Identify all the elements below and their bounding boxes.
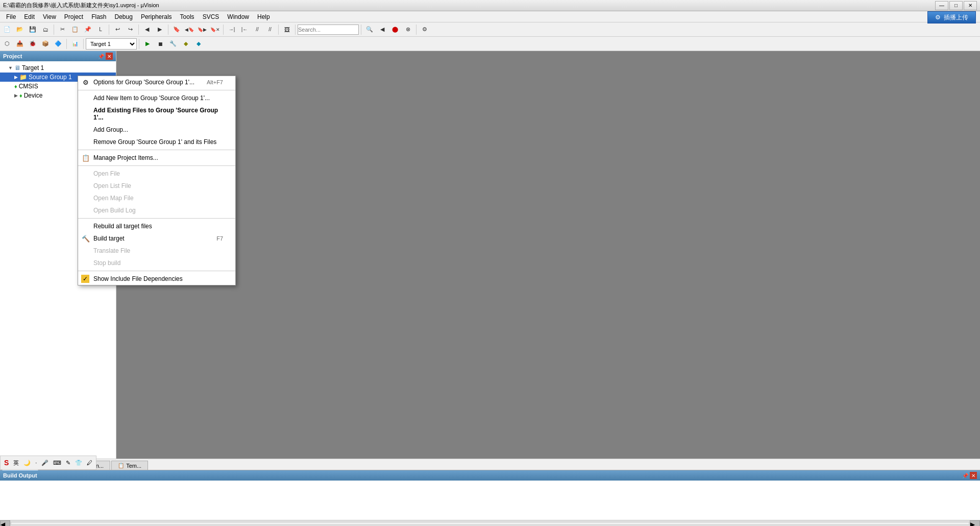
breakpoint-btn[interactable]: ⬤	[389, 23, 401, 36]
close-button[interactable]: ✕	[964, 1, 977, 10]
cmsis-icon: ♦	[14, 83, 17, 89]
menu-help[interactable]: Help	[253, 11, 274, 22]
redo-btn[interactable]: ↪	[124, 23, 136, 36]
jump-btn[interactable]: 🖼	[281, 23, 293, 36]
cm-add-new[interactable]: Add New Item to Group 'Source Group 1'..…	[78, 92, 235, 104]
search-input[interactable]	[298, 25, 359, 35]
eventlist-btn[interactable]: ◆	[192, 38, 205, 50]
cmsis-label: CMSIS	[19, 83, 38, 90]
menu-svcs[interactable]: SVCS	[199, 11, 224, 22]
open-file-btn[interactable]: 📂	[14, 23, 26, 36]
cm-build-target[interactable]: 🔨 Build target F7	[78, 232, 235, 245]
cm-manage-items[interactable]: 📋 Manage Project Items...	[78, 152, 235, 164]
menu-project[interactable]: Project	[60, 11, 87, 22]
copy-btn[interactable]: 📋	[69, 23, 81, 36]
wizard-btn[interactable]: ◆	[180, 38, 192, 50]
menu-tools[interactable]: Tools	[176, 11, 199, 22]
cut-btn[interactable]: ✂	[56, 23, 68, 36]
stop2-btn[interactable]: ⏹	[154, 38, 166, 50]
list-icon: 📋	[81, 153, 90, 162]
menu-window[interactable]: Window	[223, 11, 253, 22]
build-output-close[interactable]: ✕	[970, 472, 977, 479]
ime-voice[interactable]: 🎤	[40, 459, 50, 467]
ime-keyboard[interactable]: ⌨	[52, 459, 63, 467]
checkmark-icon: ✓	[81, 275, 89, 283]
scroll-right-btn[interactable]: ▶	[970, 520, 980, 527]
save-all-btn[interactable]: 🗂	[39, 23, 52, 36]
project-panel-header: Project 📌 ✕	[0, 51, 116, 61]
cm-show-include[interactable]: ✓ Show Include File Dependencies	[78, 273, 235, 285]
cm-open-list-label: Open List File	[93, 182, 131, 189]
pack-btn[interactable]: 📦	[39, 38, 52, 50]
scroll-left-btn[interactable]: ◀	[0, 520, 10, 527]
upload-icon: ⚙	[935, 14, 941, 21]
upload-button[interactable]: ⚙ 插播上传	[927, 11, 976, 23]
bookmark-next-btn[interactable]: 🔖▶	[196, 23, 208, 36]
nav-back-btn[interactable]: ◀	[141, 23, 153, 36]
load2-btn[interactable]: 📥	[14, 38, 26, 50]
menu-view[interactable]: View	[39, 11, 60, 22]
cm-open-buildlog-label: Open Build Log	[93, 207, 136, 214]
configure-btn[interactable]: ⚙	[419, 23, 431, 36]
clear-bp-btn[interactable]: ⊗	[402, 23, 414, 36]
undo-btn[interactable]: ↩	[111, 23, 124, 36]
menu-peripherals[interactable]: Peripherals	[137, 11, 176, 22]
cm-remove-group-label: Remove Group 'Source Group 1' and its Fi…	[93, 138, 216, 146]
tb-sep-5	[223, 25, 224, 35]
menu-edit[interactable]: Edit	[20, 11, 39, 22]
nav-fwd-btn[interactable]: ▶	[154, 23, 166, 36]
unindent-btn[interactable]: |←	[238, 23, 251, 36]
clear-bookmarks-btn[interactable]: 🔖✕	[209, 23, 221, 36]
pin-icon[interactable]: 📌	[98, 54, 104, 59]
ime-dot[interactable]: ·	[34, 459, 38, 466]
cm-stop-build-label: Stop build	[93, 259, 120, 267]
ime-input3[interactable]: 🖊	[85, 459, 94, 466]
build-output-pin-icon[interactable]: 📌	[962, 473, 968, 479]
pkg2-btn[interactable]: 🔷	[52, 38, 64, 50]
bookmark-btn[interactable]: 🔖	[170, 23, 183, 36]
maximize-button[interactable]: □	[949, 1, 963, 10]
tb-sep-3	[138, 25, 139, 35]
cm-add-existing[interactable]: Add Existing Files to Group 'Source Grou…	[78, 104, 235, 124]
nav2-back-btn[interactable]: ◀	[376, 23, 388, 36]
paste-btn[interactable]: 📌	[82, 23, 94, 36]
expand-icon: ▼	[8, 65, 13, 70]
ime-moon[interactable]: 🌙	[22, 459, 32, 467]
indent-btn[interactable]: →|	[226, 23, 238, 36]
build2-btn[interactable]: ⬡	[1, 38, 13, 50]
debug2-btn[interactable]: 🐞	[27, 38, 39, 50]
tree-root-expand[interactable]: ▼ 🖥 Target 1	[0, 63, 116, 73]
project-panel-title: Project	[3, 53, 22, 59]
find-in-files-btn[interactable]: 🔍	[363, 23, 376, 36]
horizontal-scrollbar[interactable]	[11, 522, 969, 525]
ime-chinese[interactable]: 英	[12, 459, 20, 467]
ime-input1[interactable]: ✎	[64, 459, 72, 467]
tb-sep-t2-1	[66, 39, 67, 49]
tb-sep-t2-2	[83, 39, 84, 49]
run-btn[interactable]: ▶	[141, 38, 154, 50]
comment-btn[interactable]: //	[251, 23, 263, 36]
ime-logo[interactable]: S	[3, 458, 10, 467]
ime-input2[interactable]: 👕	[74, 459, 84, 467]
cm-add-group[interactable]: Add Group...	[78, 124, 235, 136]
cm-options[interactable]: ⚙ Options for Group 'Source Group 1'... …	[78, 76, 235, 88]
project-panel-close[interactable]: ✕	[106, 53, 113, 60]
menu-debug[interactable]: Debug	[111, 11, 137, 22]
save-btn[interactable]: 💾	[27, 23, 39, 36]
cm-rebuild-all[interactable]: Rebuild all target files	[78, 220, 235, 232]
components-btn[interactable]: 🔧	[167, 38, 179, 50]
load-btn[interactable]: L	[94, 23, 107, 36]
cm-remove-group[interactable]: Remove Group 'Source Group 1' and its Fi…	[78, 136, 235, 148]
tab-templates[interactable]: 📋 Tem...	[111, 461, 148, 470]
menu-flash[interactable]: Flash	[87, 11, 110, 22]
target-dropdown[interactable]: Target 1	[86, 38, 137, 50]
uncomment-btn[interactable]: //	[264, 23, 276, 36]
new-file-btn[interactable]: 📄	[1, 23, 13, 36]
bookmark-prev-btn[interactable]: ◀🔖	[183, 23, 195, 36]
minimize-button[interactable]: —	[935, 1, 948, 10]
cm-manage-items-label: Manage Project Items...	[93, 154, 158, 161]
menu-file[interactable]: File	[2, 11, 20, 22]
tb-sep-7	[295, 25, 296, 35]
cm-translate-file: Translate File	[78, 245, 235, 257]
manage-btn[interactable]: 📊	[69, 38, 81, 50]
